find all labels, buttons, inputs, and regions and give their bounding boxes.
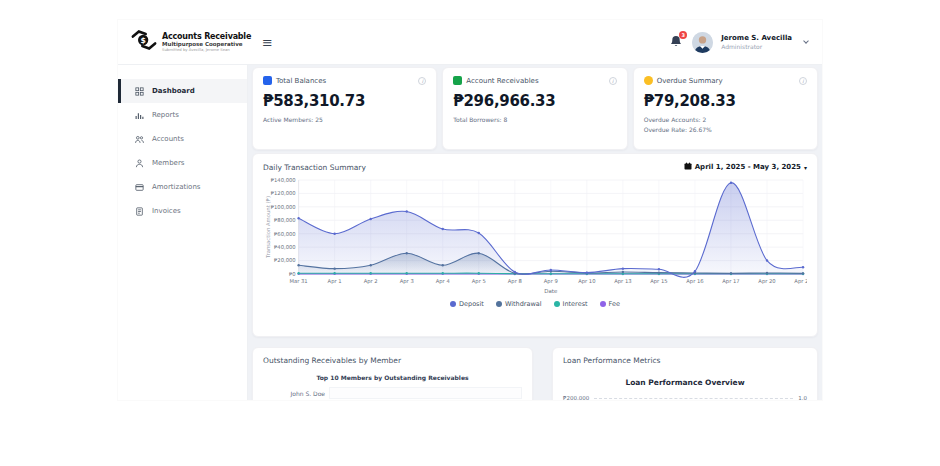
invoices-icon — [135, 207, 144, 216]
loan-chart-axis-row: ₱200,000 1.0 — [563, 395, 807, 400]
main-content: Total Balances i ₱583,310.73 Active Memb… — [248, 65, 822, 400]
info-icon[interactable]: i — [418, 77, 426, 85]
stat-card-subtext: Active Members: 25 — [263, 115, 426, 125]
accounts-icon — [135, 135, 144, 144]
bottom-card-title: Outstanding Receivables by Member — [263, 356, 522, 365]
stat-card-label: Account Receivables — [466, 77, 538, 85]
svg-text:Apr 16: Apr 16 — [686, 278, 704, 285]
handshake-coin-logo-icon: $ — [130, 28, 158, 56]
svg-text:Mar 31: Mar 31 — [290, 278, 308, 284]
notification-count-badge: 3 — [679, 31, 687, 39]
svg-text:Apr 17: Apr 17 — [722, 278, 739, 285]
stat-card-subtext: Total Borrowers: 8 — [453, 115, 616, 125]
sidebar-nav: DashboardReportsAccountsMembersAmortizat… — [118, 79, 247, 223]
date-range-picker[interactable]: April 1, 2025 - May 3, 2025 ▾ — [684, 162, 807, 172]
sidebar-item-label: Invoices — [152, 207, 181, 215]
amortizations-icon — [135, 183, 144, 192]
stat-card-subs: Total Borrowers: 8 — [453, 115, 616, 125]
sidebar-item-label: Dashboard — [152, 87, 195, 95]
svg-text:₱60,000: ₱60,000 — [274, 230, 296, 236]
brand-tagline: Submitted by Avecilla, Jerome Sean — [162, 48, 251, 52]
caret-down-icon: ▾ — [804, 164, 807, 171]
user-avatar[interactable] — [692, 32, 713, 53]
receivables-icon — [453, 76, 462, 85]
sidebar-item-invoices[interactable]: Invoices — [118, 199, 247, 223]
info-icon[interactable]: i — [799, 77, 807, 85]
members-icon — [135, 159, 144, 168]
svg-text:₱80,000: ₱80,000 — [274, 217, 296, 223]
legend-dot — [600, 301, 606, 307]
top-bar: $ Accounts Receivable Multipurpose Coope… — [118, 20, 822, 65]
bar-category-label: John S. Doe — [263, 390, 329, 397]
svg-text:Apr 10: Apr 10 — [578, 278, 595, 285]
hamburger-menu-icon[interactable]: ≡ — [262, 36, 273, 49]
sidebar-item-accounts[interactable]: Accounts — [118, 127, 247, 151]
user-menu[interactable]: Jerome S. Avecilla Administrator — [721, 34, 792, 50]
sidebar-item-members[interactable]: Members — [118, 151, 247, 175]
sidebar-item-label: Accounts — [152, 135, 184, 143]
overdue-summary-card: Overdue Summary i ₱79,208.33 Overdue Acc… — [633, 67, 818, 150]
calendar-icon — [684, 162, 692, 172]
bar-plot-area — [329, 387, 522, 399]
app-window: $ Accounts Receivable Multipurpose Coope… — [118, 20, 822, 400]
brand-logo: $ Accounts Receivable Multipurpose Coope… — [130, 28, 252, 56]
svg-text:₱100,000: ₱100,000 — [271, 204, 296, 210]
account-receivables-card: Account Receivables i ₱296,966.33 Total … — [442, 67, 627, 150]
legend-label: Withdrawal — [505, 300, 542, 308]
svg-text:Apr 4: Apr 4 — [436, 278, 451, 285]
legend-dot — [554, 301, 560, 307]
svg-text:Apr 5: Apr 5 — [472, 278, 486, 285]
legend-label: Fee — [609, 300, 620, 308]
brand-text: Accounts Receivable Multipurpose Coopera… — [162, 32, 251, 52]
stat-card-subtext: Overdue Rate: 26.67% — [644, 125, 807, 135]
loan-chart-title: Loan Performance Overview — [563, 378, 807, 387]
total-balances-card: Total Balances i ₱583,310.73 Active Memb… — [252, 67, 437, 150]
svg-text:Apr 24: Apr 24 — [794, 278, 807, 285]
stat-card-subs: Active Members: 25 — [263, 115, 426, 125]
user-name: Jerome S. Avecilla — [721, 34, 792, 43]
stat-card-amount: ₱583,310.73 — [263, 92, 426, 110]
svg-text:Transaction Amount (₱): Transaction Amount (₱) — [265, 196, 271, 259]
sidebar-item-label: Amortizations — [152, 183, 200, 191]
stat-cards-row: Total Balances i ₱583,310.73 Active Memb… — [252, 67, 818, 150]
sidebar-item-label: Members — [152, 159, 184, 167]
svg-text:Apr 8: Apr 8 — [508, 278, 522, 285]
date-range-label: April 1, 2025 - May 3, 2025 — [695, 163, 801, 171]
chart-legend: DepositWithdrawalInterestFee — [263, 300, 807, 308]
legend-label: Deposit — [459, 300, 484, 308]
legend-item-withdrawal[interactable]: Withdrawal — [496, 300, 542, 308]
legend-item-interest[interactable]: Interest — [554, 300, 588, 308]
outstanding-receivables-card: Outstanding Receivables by Member Top 10… — [252, 347, 533, 400]
wallet-icon — [263, 76, 272, 85]
daily-transaction-line-chart: ₱0₱20,000₱40,000₱60,000₱80,000₱100,000₱1… — [263, 176, 807, 298]
sidebar-item-label: Reports — [152, 111, 179, 119]
stat-card-subtext: Overdue Accounts: 2 — [644, 115, 807, 125]
brand-title: Accounts Receivable — [162, 32, 251, 41]
sidebar-item-reports[interactable]: Reports — [118, 103, 247, 127]
daily-transaction-summary-card: Daily Transaction Summary April 1, 2025 … — [252, 153, 818, 337]
bar-chart-title: Top 10 Members by Outstanding Receivable… — [263, 374, 522, 381]
bottom-cards-row: Outstanding Receivables by Member Top 10… — [252, 347, 818, 400]
reports-icon — [135, 111, 144, 120]
loan-left-axis-tick: ₱200,000 — [563, 395, 589, 400]
bar-chart: John S. Doe — [263, 387, 522, 399]
svg-text:Date: Date — [544, 288, 558, 294]
legend-item-fee[interactable]: Fee — [600, 300, 620, 308]
chart-card-title: Daily Transaction Summary — [263, 163, 366, 172]
svg-text:₱140,000: ₱140,000 — [271, 177, 296, 183]
stat-card-amount: ₱79,208.33 — [644, 92, 807, 110]
chevron-down-icon[interactable] — [803, 38, 809, 44]
gridline — [594, 398, 793, 399]
sidebar-item-dashboard[interactable]: Dashboard — [118, 79, 247, 103]
sidebar-item-amortizations[interactable]: Amortizations — [118, 175, 247, 199]
loan-performance-card: Loan Performance Metrics Loan Performanc… — [552, 347, 818, 400]
svg-text:₱20,000: ₱20,000 — [274, 257, 296, 263]
legend-item-deposit[interactable]: Deposit — [450, 300, 484, 308]
svg-text:Apr 1: Apr 1 — [328, 278, 342, 285]
svg-text:Apr 9: Apr 9 — [544, 278, 558, 285]
info-icon[interactable]: i — [609, 77, 617, 85]
stat-card-subs: Overdue Accounts: 2Overdue Rate: 26.67% — [644, 115, 807, 134]
notifications-button[interactable]: 3 — [669, 34, 684, 50]
svg-text:Apr 13: Apr 13 — [614, 278, 631, 285]
svg-text:₱120,000: ₱120,000 — [271, 190, 296, 196]
